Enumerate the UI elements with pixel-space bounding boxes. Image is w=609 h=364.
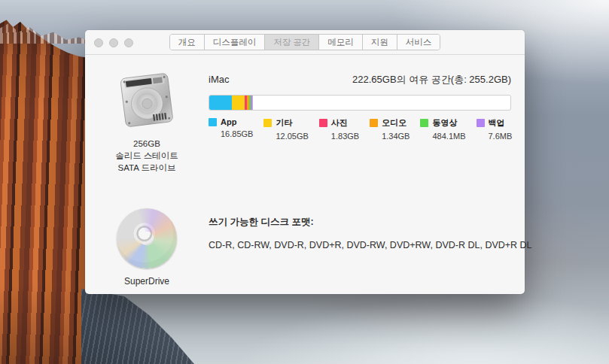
legend-item-backups: 백업 7.6MB: [477, 117, 513, 141]
storage-usage-bar: [209, 95, 511, 111]
legend-item-audio: 오디오 1.34GB: [370, 117, 410, 141]
wallpaper-granite-slope: [81, 289, 194, 364]
bar-segment-기타: [232, 96, 245, 110]
tab-bar: 개요 디스플레이 저장 공간 메모리 지원 서비스: [169, 34, 441, 50]
desktop-wallpaper: 개요 디스플레이 저장 공간 메모리 지원 서비스: [0, 0, 609, 364]
audio-swatch: [370, 119, 378, 127]
legend-size: 16.85GB: [221, 129, 253, 138]
about-mac-storage-window: 개요 디스플레이 저장 공간 메모리 지원 서비스: [85, 30, 525, 294]
zoom-button[interactable]: [124, 38, 133, 47]
disk-bus: SATA 드라이브: [115, 162, 178, 174]
legend-item-other: 기타 12.05GB: [263, 117, 308, 141]
legend-label: 백업: [489, 117, 505, 129]
superdrive-label: SuperDrive: [124, 275, 169, 287]
legend-item-app: App 16.85GB: [209, 117, 253, 141]
superdrive-disc-icon: [117, 208, 177, 268]
close-button[interactable]: [94, 38, 103, 47]
window-controls: [94, 30, 133, 55]
hard-drive-icon: [117, 71, 176, 131]
disk-type: 솔리드 스테이트: [115, 150, 178, 162]
tab-storage[interactable]: 저장 공간: [265, 35, 319, 50]
disk-caption: 256GB 솔리드 스테이트 SATA 드라이브: [115, 138, 178, 174]
movies-swatch: [420, 119, 428, 127]
bar-segment-App: [209, 96, 232, 110]
legend-label: 오디오: [382, 117, 407, 129]
writable-formats-list: CD-R, CD-RW, DVD-R, DVD+R, DVD-RW, DVD+R…: [209, 240, 511, 250]
legend-label: 동영상: [432, 117, 457, 129]
legend-size: 12.05GB: [276, 132, 308, 141]
legend-size: 1.34GB: [382, 132, 410, 141]
photos-swatch: [319, 119, 327, 127]
legend-item-photos: 사진 1.83GB: [319, 117, 359, 141]
storage-legend: App 16.85GB 기타 12.05GB 사진 1.83GB: [209, 117, 511, 141]
bar-used-free-divider: [252, 96, 253, 110]
free-space-text: 222.65GB의 여유 공간(총: 255.2GB): [352, 73, 511, 86]
storage-pane: 256GB 솔리드 스테이트 SATA 드라이브 iMac 222.65GB의 …: [85, 71, 525, 287]
legend-size: 484.1MB: [432, 132, 465, 141]
disk-capacity: 256GB: [115, 138, 178, 150]
minimize-button[interactable]: [109, 38, 118, 47]
volume-name: iMac: [209, 74, 229, 85]
other-swatch: [263, 119, 272, 127]
titlebar[interactable]: 개요 디스플레이 저장 공간 메모리 지원 서비스: [85, 30, 525, 55]
tab-support[interactable]: 지원: [363, 35, 397, 50]
legend-size: 7.6MB: [489, 132, 513, 141]
writable-formats-title: 쓰기 가능한 디스크 포맷:: [209, 216, 511, 229]
legend-label: App: [221, 117, 236, 126]
wallpaper-cliff: [0, 0, 92, 364]
tab-memory[interactable]: 메모리: [319, 35, 363, 50]
backups-swatch: [477, 119, 485, 127]
legend-label: 기타: [276, 117, 292, 129]
tab-displays[interactable]: 디스플레이: [205, 35, 266, 50]
legend-item-movies: 동영상 484.1MB: [420, 117, 465, 141]
app-swatch: [209, 118, 217, 126]
legend-size: 1.83GB: [331, 132, 359, 141]
wallpaper-cliff-rim: [0, 18, 92, 44]
legend-label: 사진: [331, 117, 348, 129]
tab-service[interactable]: 서비스: [397, 35, 440, 50]
tab-overview[interactable]: 개요: [170, 35, 205, 50]
